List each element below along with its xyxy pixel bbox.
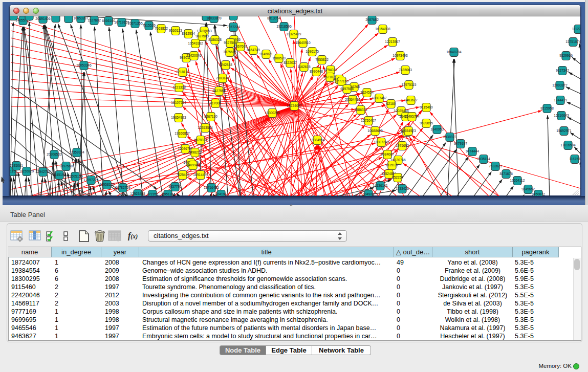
- svg-text:8267130: 8267130: [204, 115, 217, 118]
- svg-text:16107554: 16107554: [171, 101, 186, 104]
- svg-text:12353594: 12353594: [198, 126, 213, 129]
- svg-text:9463627: 9463627: [404, 98, 418, 102]
- svg-text:1615132: 1615132: [385, 163, 399, 167]
- svg-text:15692971: 15692971: [556, 129, 572, 133]
- svg-text:1696175: 1696175: [306, 50, 319, 53]
- svg-text:11325419: 11325419: [287, 32, 301, 36]
- svg-text:62160: 62160: [386, 102, 396, 105]
- svg-text:8678334: 8678334: [194, 138, 207, 142]
- svg-text:18724007: 18724007: [287, 104, 302, 107]
- svg-text:9084067: 9084067: [381, 152, 394, 156]
- svg-text:16210643: 16210643: [554, 114, 569, 117]
- svg-text:19166827: 19166827: [175, 132, 190, 135]
- svg-text:16033809: 16033809: [206, 16, 222, 20]
- svg-text:16782759: 16782759: [115, 186, 130, 189]
- svg-text:12975115: 12975115: [402, 83, 417, 86]
- svg-text:20691406: 20691406: [35, 17, 51, 20]
- svg-text:2535061: 2535061: [10, 164, 23, 167]
- svg-text:9329966: 9329966: [559, 54, 573, 57]
- svg-text:12942757: 12942757: [35, 170, 51, 173]
- svg-text:12923448: 12923448: [130, 192, 145, 195]
- svg-text:2718170: 2718170: [176, 70, 189, 74]
- svg-text:3624554: 3624554: [360, 91, 374, 94]
- svg-text:20206533: 20206533: [47, 152, 62, 156]
- svg-text:7625402: 7625402: [176, 173, 189, 177]
- svg-text:2803144: 2803144: [216, 76, 229, 80]
- svg-text:23420046: 23420046: [186, 54, 202, 57]
- svg-text:3875685: 3875685: [223, 50, 236, 54]
- svg-text:9242848: 9242848: [219, 63, 232, 67]
- svg-text:7663822: 7663822: [155, 27, 168, 30]
- svg-text:7357224: 7357224: [227, 25, 240, 29]
- svg-text:995124: 995124: [162, 192, 173, 196]
- svg-text:10973493: 10973493: [393, 54, 408, 57]
- svg-text:8427552: 8427552: [212, 89, 226, 93]
- svg-text:19384554: 19384554: [310, 138, 325, 142]
- svg-text:1733426: 1733426: [396, 187, 409, 190]
- svg-text:1409948: 1409948: [186, 163, 200, 167]
- svg-text:6479197: 6479197: [454, 142, 467, 145]
- svg-text:9245652: 9245652: [521, 187, 535, 191]
- svg-text:7955822: 7955822: [315, 58, 329, 61]
- svg-text:8990448: 8990448: [310, 70, 323, 73]
- svg-text:7986372: 7986372: [354, 108, 367, 112]
- svg-text:11156829: 11156829: [19, 169, 34, 173]
- svg-text:16154808: 16154808: [375, 27, 390, 31]
- svg-text:10688609: 10688609: [367, 129, 383, 133]
- svg-text:20053346: 20053346: [76, 63, 92, 67]
- svg-text:10653287: 10653287: [73, 16, 89, 20]
- svg-text:1975692: 1975692: [396, 144, 409, 147]
- svg-text:16914479: 16914479: [193, 173, 208, 177]
- svg-text:15716485: 15716485: [204, 186, 219, 189]
- svg-text:10671355: 10671355: [127, 21, 143, 25]
- svg-text:9327508: 9327508: [224, 41, 237, 45]
- svg-text:8498212: 8498212: [188, 150, 202, 154]
- svg-text:15640910: 15640910: [295, 41, 311, 45]
- svg-text:1145194: 1145194: [53, 173, 66, 177]
- svg-text:18300295: 18300295: [265, 111, 280, 115]
- svg-text:817006: 817006: [210, 101, 221, 105]
- svg-text:12213967: 12213967: [385, 40, 400, 43]
- svg-text:13505135: 13505135: [68, 174, 83, 178]
- svg-text:8322037: 8322037: [284, 61, 297, 64]
- svg-text:9227342: 9227342: [556, 69, 569, 72]
- svg-text:10958107: 10958107: [99, 183, 115, 186]
- svg-text:1640953: 1640953: [430, 127, 444, 131]
- svg-text:12093872: 12093872: [552, 83, 568, 87]
- svg-text:8813054: 8813054: [267, 16, 280, 20]
- svg-text:16648784: 16648784: [446, 50, 462, 54]
- svg-text:9560123: 9560123: [169, 29, 182, 32]
- svg-text:1221338: 1221338: [172, 85, 186, 89]
- svg-text:10654112: 10654112: [510, 179, 525, 182]
- svg-text:8186328: 8186328: [208, 38, 222, 41]
- svg-text:8471676: 8471676: [499, 172, 513, 176]
- svg-text:7515526: 7515526: [142, 24, 156, 27]
- svg-text:9115460: 9115460: [420, 105, 433, 109]
- svg-text:104921: 104921: [363, 192, 374, 196]
- svg-text:1527602: 1527602: [88, 18, 101, 22]
- svg-text:15751074: 15751074: [565, 40, 580, 43]
- svg-text:1112735: 1112735: [572, 27, 580, 31]
- svg-text:1162615: 1162615: [297, 65, 311, 69]
- svg-text:9397568: 9397568: [59, 164, 73, 168]
- svg-text:6497508: 6497508: [340, 87, 354, 91]
- svg-text:6794028: 6794028: [324, 68, 337, 72]
- svg-text:6466160: 6466160: [102, 19, 115, 23]
- svg-text:116753: 116753: [569, 157, 580, 161]
- svg-text:10543382: 10543382: [188, 41, 203, 45]
- svg-text:9699695: 9699695: [420, 121, 433, 125]
- svg-text:2867608: 2867608: [234, 45, 247, 48]
- svg-text:2935114: 2935114: [477, 157, 490, 161]
- svg-text:8454749: 8454749: [247, 48, 260, 52]
- svg-text:252254: 252254: [392, 176, 403, 179]
- svg-text:7632621: 7632621: [489, 164, 502, 168]
- svg-text:9827503: 9827503: [195, 34, 209, 38]
- svg-text:15720407: 15720407: [361, 119, 376, 122]
- svg-text:17016504: 17016504: [560, 143, 576, 147]
- svg-text:15495794: 15495794: [404, 115, 420, 118]
- svg-text:8912954: 8912954: [182, 32, 195, 35]
- svg-text:2087682: 2087682: [365, 18, 379, 21]
- svg-text:17957225: 17957225: [83, 178, 99, 182]
- svg-text:1588520: 1588520: [272, 56, 286, 60]
- svg-text:9146821: 9146821: [259, 52, 273, 56]
